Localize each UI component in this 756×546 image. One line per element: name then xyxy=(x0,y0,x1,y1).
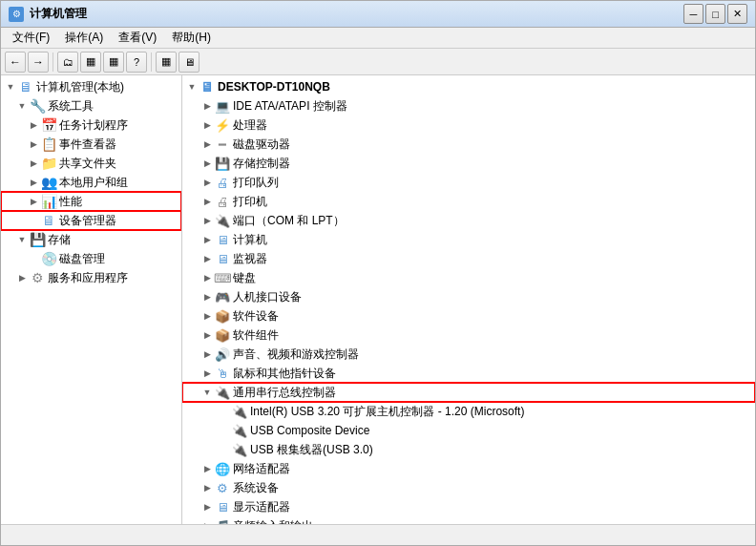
right-item-monitor[interactable]: ▶ 🖥 监视器 xyxy=(182,249,755,268)
expand-icon-com-lpt: ▶ xyxy=(201,215,213,226)
right-item-network[interactable]: ▶ 🌐 网络适配器 xyxy=(182,459,755,478)
sys-devices-icon: ⚙ xyxy=(215,480,230,495)
menu-file[interactable]: 文件(F) xyxy=(5,28,57,48)
right-item-com-lpt[interactable]: ▶ 🔌 端口（COM 和 LPT） xyxy=(182,211,755,230)
right-item-hid[interactable]: ▶ 🎮 人机接口设备 xyxy=(182,287,755,306)
right-item-storage-ctrl[interactable]: ▶ 💾 存储控制器 xyxy=(182,154,755,173)
expand-icon-network: ▶ xyxy=(201,463,213,474)
left-item-performance[interactable]: ▶ 📊 性能 xyxy=(1,192,181,211)
users-label: 本地用户和组 xyxy=(59,175,128,191)
task-label: 任务计划程序 xyxy=(59,117,128,134)
right-item-computer[interactable]: ▶ 🖥 计算机 xyxy=(182,230,755,249)
computer-mgmt-label: 计算机管理(本地) xyxy=(36,79,124,95)
processor-label: 处理器 xyxy=(233,117,267,134)
right-item-audio[interactable]: ▶ 🔊 声音、视频和游戏控制器 xyxy=(182,345,755,364)
expand-icon-print-queue: ▶ xyxy=(201,177,213,188)
expand-icon-computer-mgmt: ▼ xyxy=(5,81,16,93)
sys-devices-label: 系统设备 xyxy=(233,480,279,496)
task-icon: 📅 xyxy=(41,117,56,133)
left-item-storage[interactable]: ▼ 💾 存储 xyxy=(1,230,181,249)
expand-icon-shared: ▶ xyxy=(28,158,39,169)
storage-ctrl-label: 存储控制器 xyxy=(233,156,290,172)
minimize-button[interactable]: ─ xyxy=(683,4,704,24)
maximize-button[interactable]: □ xyxy=(705,4,725,24)
close-button[interactable]: ✕ xyxy=(727,4,747,24)
toolbar-btn-help[interactable]: ? xyxy=(126,52,147,73)
hid-label: 人机接口设备 xyxy=(233,289,302,305)
usb-hub-icon: 🔌 xyxy=(232,442,247,457)
computer-mgmt-icon: 🖥 xyxy=(18,79,33,94)
left-item-event[interactable]: ▶ 📋 事件查看器 xyxy=(1,135,181,154)
forward-button[interactable]: → xyxy=(28,52,49,73)
right-item-ide[interactable]: ▶ 💻 IDE ATA/ATAPI 控制器 xyxy=(182,96,755,116)
storage-icon: 💾 xyxy=(30,232,45,247)
right-item-audio-io[interactable]: ▶ 🎵 音频输入和输出 xyxy=(182,516,755,524)
right-item-print-queue[interactable]: ▶ 🖨 打印队列 xyxy=(182,173,755,192)
expand-icon-computer: ▶ xyxy=(201,234,213,245)
back-button[interactable]: ← xyxy=(5,52,26,73)
menu-bar: 文件(F) 操作(A) 查看(V) 帮助(H) xyxy=(1,28,755,49)
soft-comp-label: 软件组件 xyxy=(233,327,279,344)
print-queue-label: 打印队列 xyxy=(233,175,279,191)
display-icon: 🖥 xyxy=(215,499,230,514)
right-item-sys-devices[interactable]: ▶ ⚙ 系统设备 xyxy=(182,478,755,497)
perf-label: 性能 xyxy=(59,194,82,210)
right-item-usb-hub[interactable]: 🔌 USB 根集线器(USB 3.0) xyxy=(182,440,755,459)
display-label: 显示适配器 xyxy=(233,499,290,515)
usb-composite-label: USB Composite Device xyxy=(250,424,369,437)
storage-ctrl-icon: 💾 xyxy=(215,156,230,171)
right-item-disk-drives[interactable]: ▶ ━ 磁盘驱动器 xyxy=(182,135,755,154)
system-tools-label: 系统工具 xyxy=(48,98,94,115)
expand-icon-processor: ▶ xyxy=(201,119,213,131)
monitor-label: 监视器 xyxy=(233,251,267,267)
usb-ctrl-label: 通用串行总线控制器 xyxy=(233,385,336,401)
device-icon: 🖥 xyxy=(41,213,56,228)
menu-help[interactable]: 帮助(H) xyxy=(164,28,219,48)
left-item-computer-mgmt[interactable]: ▼ 🖥 计算机管理(本地) xyxy=(1,77,181,96)
toolbar-separator-2 xyxy=(151,52,152,72)
left-item-device-manager[interactable]: 🖥 设备管理器 xyxy=(1,211,181,230)
right-item-pointer[interactable]: ▶ 🖱 鼠标和其他指针设备 xyxy=(182,364,755,383)
right-item-usb-composite[interactable]: 🔌 USB Composite Device xyxy=(182,421,755,440)
right-item-keyboard[interactable]: ▶ ⌨ 键盘 xyxy=(182,268,755,287)
disk-drives-label: 磁盘驱动器 xyxy=(233,136,290,153)
hid-icon: 🎮 xyxy=(215,289,230,304)
menu-view[interactable]: 查看(V) xyxy=(111,28,164,48)
left-item-users[interactable]: ▶ 👥 本地用户和组 xyxy=(1,173,181,192)
expand-icon-device xyxy=(28,215,39,226)
window-title: 计算机管理 xyxy=(30,6,678,22)
toolbar-btn-4[interactable]: ▦ xyxy=(156,52,177,73)
expand-icon-audio: ▶ xyxy=(201,348,213,360)
disk-drives-icon: ━ xyxy=(215,136,230,152)
left-item-disk[interactable]: 💿 磁盘管理 xyxy=(1,249,181,268)
right-item-usb-ctrl[interactable]: ▼ 🔌 通用串行总线控制器 xyxy=(182,383,755,402)
expand-icon-storage-ctrl: ▶ xyxy=(201,158,213,169)
right-item-processor[interactable]: ▶ ⚡ 处理器 xyxy=(182,116,755,135)
right-item-soft-device[interactable]: ▶ 📦 软件设备 xyxy=(182,306,755,326)
toolbar-btn-1[interactable]: 🗂 xyxy=(57,52,78,73)
right-item-intel-usb[interactable]: 🔌 Intel(R) USB 3.20 可扩展主机控制器 - 1.20 (Mic… xyxy=(182,402,755,421)
ide-label: IDE ATA/ATAPI 控制器 xyxy=(233,98,347,115)
right-item-printer[interactable]: ▶ 🖨 打印机 xyxy=(182,192,755,211)
expand-icon-sys-devices: ▶ xyxy=(201,482,213,494)
right-header-row[interactable]: ▼ 🖥 DESKTOP-DT10NQB xyxy=(182,77,755,96)
right-item-soft-comp[interactable]: ▶ 📦 软件组件 xyxy=(182,326,755,345)
soft-device-label: 软件设备 xyxy=(233,308,279,325)
expand-icon-soft-comp: ▶ xyxy=(201,329,213,341)
disk-label: 磁盘管理 xyxy=(59,251,105,267)
menu-action[interactable]: 操作(A) xyxy=(57,28,111,48)
status-bar xyxy=(1,524,755,545)
left-item-shared[interactable]: ▶ 📁 共享文件夹 xyxy=(1,154,181,173)
disk-icon: 💿 xyxy=(41,251,56,266)
right-item-display[interactable]: ▶ 🖥 显示适配器 xyxy=(182,497,755,516)
expand-icon-keyboard: ▶ xyxy=(201,272,213,284)
expand-icon-ide: ▶ xyxy=(201,100,213,112)
toolbar-btn-monitor[interactable]: 🖥 xyxy=(178,52,200,73)
expand-icon-system-tools: ▼ xyxy=(16,100,28,112)
left-item-services[interactable]: ▶ ⚙ 服务和应用程序 xyxy=(1,268,181,287)
left-item-system-tools[interactable]: ▼ 🔧 系统工具 xyxy=(1,96,181,116)
left-item-task[interactable]: ▶ 📅 任务计划程序 xyxy=(1,116,181,135)
toolbar: ← → 🗂 ▦ ▦ ? ▦ 🖥 xyxy=(1,49,755,75)
toolbar-btn-3[interactable]: ▦ xyxy=(103,52,124,73)
toolbar-btn-2[interactable]: ▦ xyxy=(80,52,101,73)
